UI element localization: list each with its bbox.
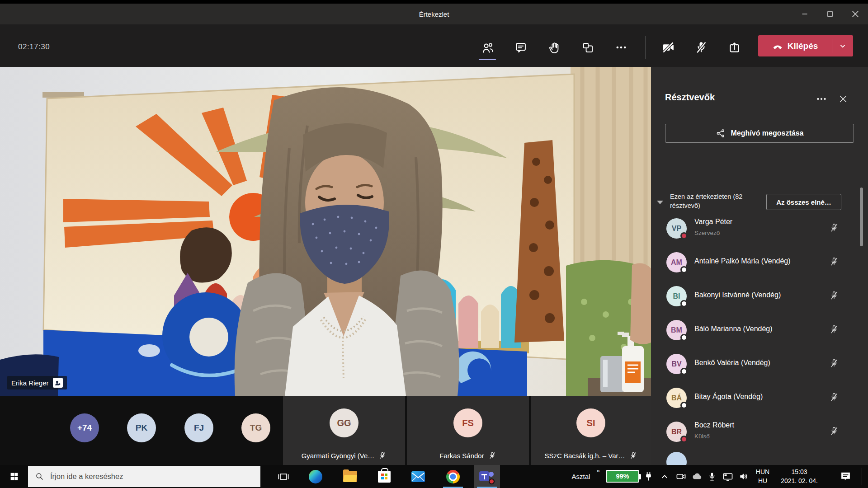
more-options-button[interactable] <box>609 35 634 60</box>
panel-scrollbar[interactable] <box>860 188 863 246</box>
meeting-timer: 02:17:30 <box>18 42 50 52</box>
participant-role: Szervező <box>694 230 720 236</box>
chevron-down-icon <box>838 41 848 51</box>
show-desktop-divider[interactable] <box>862 468 862 485</box>
network-tray-button[interactable] <box>720 465 736 488</box>
task-view-button[interactable] <box>272 465 295 488</box>
avatar: BI <box>666 286 687 306</box>
window-controls <box>792 4 868 24</box>
onedrive-tray-button[interactable] <box>689 465 704 488</box>
video-name-label: Erika Rieger <box>11 379 49 387</box>
spotlight-person-icon <box>53 378 63 388</box>
participant-avatar[interactable]: FJ <box>184 413 213 442</box>
overflow-participants-badge[interactable]: +74 <box>70 413 99 442</box>
audio-tile[interactable]: SI SSzC Bacsák ig.h. – Var… <box>531 396 651 465</box>
section-line1: Ezen az értekezleten (82 <box>670 192 765 202</box>
microphone-tray-button[interactable] <box>705 465 719 488</box>
participant-row[interactable]: BM Báló Marianna (Vendég) <box>651 313 857 347</box>
meeting-toolbar: 02:17:30 Kilépés <box>0 24 868 67</box>
participant-avatar-partial <box>666 452 687 465</box>
leave-label: Kilépés <box>788 41 818 51</box>
section-collapse-icon[interactable] <box>657 201 663 204</box>
avatar: BV <box>666 354 687 374</box>
language-line2: HU <box>750 476 775 485</box>
avatar: BR <box>666 422 687 442</box>
tray-expand-button[interactable] <box>657 465 672 488</box>
participants-button[interactable] <box>475 35 500 60</box>
mute-all-button[interactable]: Az összes elné… <box>766 194 841 210</box>
taskbar-search[interactable] <box>28 466 260 487</box>
share-screen-icon <box>728 41 741 54</box>
edge-taskbar-button[interactable] <box>304 465 327 488</box>
clock-time: 15:03 <box>775 467 824 476</box>
maximize-button[interactable] <box>817 4 843 24</box>
participant-avatar[interactable]: TG <box>241 413 270 442</box>
presence-dot <box>680 232 688 239</box>
participant-role: Külső <box>694 433 710 440</box>
mail-taskbar-button[interactable] <box>406 465 430 488</box>
panel-more-button[interactable] <box>815 92 828 106</box>
meet-now-tray-button[interactable] <box>674 465 688 488</box>
presence-dot <box>680 266 688 273</box>
section-line2: résztvevő) <box>670 202 765 211</box>
chrome-taskbar-button[interactable] <box>441 465 465 488</box>
participant-avatar: FS <box>453 408 482 437</box>
participant-row[interactable]: BI Bakonyi Istvánné (Vendég) <box>651 279 857 313</box>
meet-now-camera-icon <box>676 471 686 482</box>
battery-indicator[interactable]: 99% <box>606 470 639 483</box>
leave-button[interactable]: Kilépés <box>758 35 832 56</box>
search-input[interactable] <box>44 466 260 487</box>
mic-off-icon <box>829 257 839 267</box>
network-display-icon <box>722 471 733 482</box>
tile-name-label: SSzC Bacsák ig.h. – Var… <box>544 452 625 460</box>
chat-button[interactable] <box>508 35 533 60</box>
share-invite-button[interactable]: Meghívó megosztása <box>665 124 854 143</box>
participant-row[interactable]: BV Benkő Valéria (Vendég) <box>651 347 857 381</box>
leave-options-button[interactable] <box>832 35 853 56</box>
mic-toggle-button[interactable] <box>689 35 714 60</box>
power-plug-icon <box>643 471 654 482</box>
microphone-icon <box>707 472 717 482</box>
participant-name: Antalné Palkó Mária (Vendég) <box>694 257 791 265</box>
participant-avatar: SI <box>576 408 605 437</box>
participant-avatar[interactable]: PK <box>127 413 156 442</box>
volume-tray-button[interactable] <box>736 465 751 488</box>
video-name-tag: Erika Rieger <box>7 376 67 389</box>
action-center-button[interactable] <box>835 465 855 488</box>
participant-row[interactable]: VP Varga Péter Szervező <box>651 211 857 245</box>
audio-tile[interactable]: GG Gyarmati Gyöngyi (Ve… <box>283 396 405 465</box>
toolbar-overflow-chevron[interactable]: » <box>593 466 603 475</box>
camera-toggle-button[interactable] <box>656 35 681 60</box>
raise-hand-button[interactable] <box>542 35 567 60</box>
power-tray-button[interactable] <box>641 465 656 488</box>
people-icon <box>481 41 494 54</box>
store-taskbar-button[interactable] <box>373 465 396 488</box>
more-icon <box>816 93 827 105</box>
clock[interactable]: 15:03 2021. 02. 04. <box>775 467 824 485</box>
avatar: VP <box>666 218 687 239</box>
participant-row[interactable]: BR Bocz Róbert Külső <box>651 415 857 449</box>
share-screen-button[interactable] <box>722 35 747 60</box>
language-indicator[interactable]: HUN HU <box>750 467 775 485</box>
avatar: BM <box>666 320 687 340</box>
participant-row[interactable]: AM Antalné Palkó Mária (Vendég) <box>651 245 857 279</box>
file-explorer-taskbar-button[interactable] <box>338 465 362 488</box>
minimize-button[interactable] <box>792 4 817 24</box>
breakout-rooms-button[interactable] <box>575 35 600 60</box>
participant-name: Bocz Róbert <box>694 421 734 429</box>
participant-name: Varga Péter <box>694 218 732 226</box>
desktop-toolbar-label[interactable]: Asztal <box>566 465 596 488</box>
speaker-icon <box>739 471 749 482</box>
mic-off-icon <box>694 41 708 54</box>
panel-close-button[interactable] <box>836 92 850 106</box>
share-invite-label: Meghívó megosztása <box>731 129 804 137</box>
close-button[interactable] <box>843 4 868 24</box>
start-button[interactable] <box>4 465 24 488</box>
mic-off-icon <box>829 291 839 300</box>
tile-name-label: Gyarmati Gyöngyi (Ve… <box>302 452 375 460</box>
main-video-tile: Erika Rieger +74 PK FJ TG GG Gyarmati Gy… <box>0 67 651 465</box>
audio-tile[interactable]: FS Farkas Sándor <box>407 396 529 465</box>
teams-taskbar-button[interactable] <box>474 465 500 488</box>
participant-name: Benkő Valéria (Vendég) <box>694 359 770 367</box>
participant-row[interactable]: BÁ Bitay Ágota (Vendég) <box>651 381 857 415</box>
